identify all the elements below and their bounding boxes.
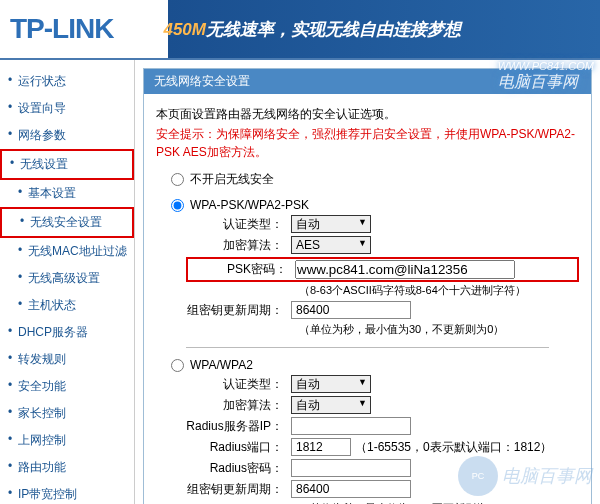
psk-highlight: PSK密码： (186, 257, 579, 282)
sidebar: 运行状态设置向导网络参数无线设置基本设置无线安全设置无线MAC地址过滤无线高级设… (0, 60, 135, 504)
radio-wpa[interactable] (171, 359, 184, 372)
sidebar-item-2[interactable]: 网络参数 (0, 122, 134, 149)
radius-port-label: Radius端口： (186, 439, 291, 456)
sidebar-item-8[interactable]: 主机状态 (0, 292, 134, 319)
watermark-bottom: PC 电脑百事网 (458, 456, 592, 496)
enc2-label: 加密算法： (186, 397, 291, 414)
radio-wpapsk[interactable] (171, 199, 184, 212)
radius-ip-label: Radius服务器IP： (186, 418, 291, 435)
sidebar-item-13[interactable]: 上网控制 (0, 427, 134, 454)
sidebar-item-3[interactable]: 无线设置 (0, 149, 134, 180)
sidebar-item-1[interactable]: 设置向导 (0, 95, 134, 122)
rekey-label: 组密钥更新周期： (186, 302, 291, 319)
radio-wpa-label: WPA/WPA2 (190, 358, 253, 372)
watermark-icon: PC (458, 456, 498, 496)
auth-label: 认证类型： (186, 216, 291, 233)
sidebar-item-11[interactable]: 安全功能 (0, 373, 134, 400)
radius-pw-input[interactable] (291, 459, 411, 477)
enc2-select[interactable]: 自动 (291, 396, 371, 414)
rekey-input[interactable] (291, 301, 411, 319)
rekey2-input[interactable] (291, 480, 411, 498)
sidebar-item-0[interactable]: 运行状态 (0, 68, 134, 95)
sidebar-item-4[interactable]: 基本设置 (0, 180, 134, 207)
radius-port-input[interactable] (291, 438, 351, 456)
radio-none-label: 不开启无线安全 (190, 171, 274, 188)
sidebar-item-5[interactable]: 无线安全设置 (0, 207, 134, 238)
warning-text: 安全提示：为保障网络安全，强烈推荐开启安全设置，并使用WPA-PSK/WPA2-… (156, 125, 579, 161)
rekey2-label: 组密钥更新周期： (186, 481, 291, 498)
auth2-label: 认证类型： (186, 376, 291, 393)
sidebar-item-6[interactable]: 无线MAC地址过滤 (0, 238, 134, 265)
slogan: 450M无线速率，实现无线自由连接梦想 (163, 18, 461, 41)
watermark-top: WWW.PC841.COM 电脑百事网 (498, 60, 594, 93)
sidebar-item-14[interactable]: 路由功能 (0, 454, 134, 481)
psk-input[interactable] (295, 260, 515, 279)
enc-select[interactable]: AES (291, 236, 371, 254)
sidebar-item-15[interactable]: IP带宽控制 (0, 481, 134, 504)
psk-hint: （8-63个ASCII码字符或8-64个十六进制字符） (156, 283, 579, 298)
auth2-select[interactable]: 自动 (291, 375, 371, 393)
radius-ip-input[interactable] (291, 417, 411, 435)
radio-wpapsk-label: WPA-PSK/WPA2-PSK (190, 198, 309, 212)
header: TP-LINK 450M无线速率，实现无线自由连接梦想 (0, 0, 600, 60)
logo: TP-LINK (0, 13, 113, 45)
enc-label: 加密算法： (186, 237, 291, 254)
sidebar-item-10[interactable]: 转发规则 (0, 346, 134, 373)
psk-label: PSK密码： (190, 261, 295, 278)
radius-pw-label: Radius密码： (186, 460, 291, 477)
content: 无线网络安全设置 本页面设置路由器无线网络的安全认证选项。 安全提示：为保障网络… (135, 60, 600, 504)
rekey-hint: （单位为秒，最小值为30，不更新则为0） (156, 322, 579, 337)
sidebar-item-12[interactable]: 家长控制 (0, 400, 134, 427)
sidebar-item-7[interactable]: 无线高级设置 (0, 265, 134, 292)
divider (186, 347, 549, 348)
auth-select[interactable]: 自动 (291, 215, 371, 233)
radio-none[interactable] (171, 173, 184, 186)
intro-text: 本页面设置路由器无线网络的安全认证选项。 (156, 106, 579, 123)
sidebar-item-9[interactable]: DHCP服务器 (0, 319, 134, 346)
port-hint: （1-65535，0表示默认端口：1812） (355, 439, 552, 456)
